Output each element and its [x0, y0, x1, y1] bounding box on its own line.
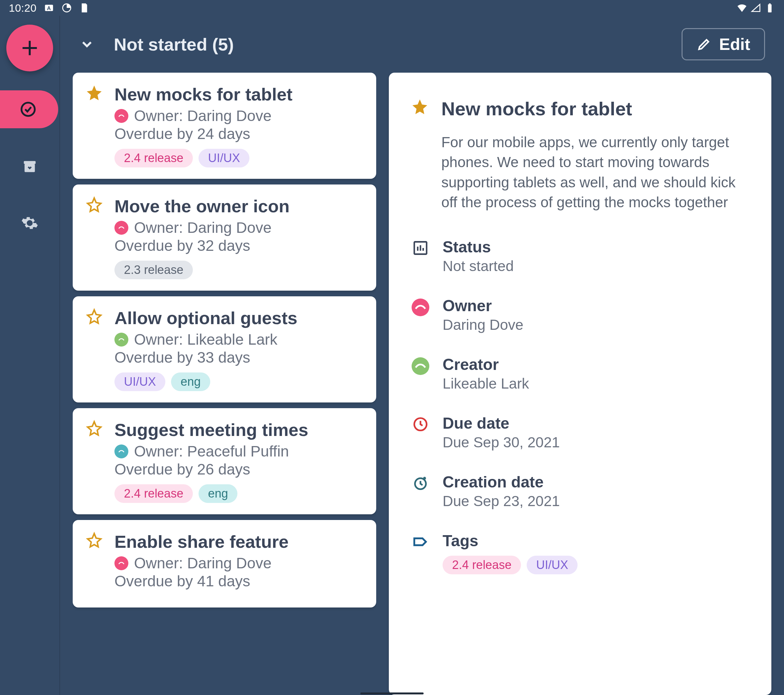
svg-rect-3	[768, 5, 771, 12]
tag-chip[interactable]: 2.4 release	[114, 149, 193, 168]
battery-icon	[764, 3, 775, 13]
owner-avatar-icon	[411, 297, 430, 333]
field-value: Due Sep 30, 2021	[443, 434, 560, 451]
field-value: Likeable Lark	[443, 375, 529, 392]
clock-icon	[411, 414, 430, 451]
task-title: Enable share feature	[114, 531, 364, 552]
task-overdue: Overdue by 24 days	[114, 125, 364, 143]
star-toggle[interactable]	[86, 308, 103, 391]
field-value: Daring Dove	[443, 316, 524, 333]
field-label: Creator	[443, 355, 529, 374]
field-creator: Creator Likeable Lark	[411, 355, 749, 392]
task-title: Move the owner icon	[114, 196, 364, 217]
task-overdue: Overdue by 41 days	[114, 572, 364, 590]
task-owner: Owner: Daring Dove	[114, 219, 364, 236]
tag-chip[interactable]: UI/UX	[114, 373, 165, 391]
edit-button-label: Edit	[719, 35, 750, 54]
tag-chip[interactable]: eng	[199, 484, 237, 503]
field-label: Creation date	[443, 473, 560, 491]
field-label: Tags	[443, 532, 578, 550]
task-detail-panel: New mocks for tablet For our mobile apps…	[389, 73, 771, 695]
star-toggle[interactable]	[86, 84, 103, 168]
wifi-icon	[736, 3, 747, 13]
tag-chip[interactable]: 2.4 release	[114, 484, 193, 503]
pie-icon	[61, 3, 72, 13]
tag-chip[interactable]: 2.3 release	[114, 261, 193, 279]
field-label: Due date	[443, 414, 560, 432]
field-value: Due Sep 23, 2021	[443, 493, 560, 509]
nav-rail	[0, 16, 60, 695]
task-owner: Owner: Peaceful Puffin	[114, 443, 364, 460]
clock-add-icon	[411, 473, 430, 509]
gesture-handle	[361, 692, 423, 694]
section-title: Not started (5)	[114, 34, 234, 55]
task-owner: Owner: Daring Dove	[114, 107, 364, 125]
svg-text:A: A	[47, 5, 51, 12]
detail-description: For our mobile apps, we currently only t…	[441, 132, 749, 213]
collapse-chevron-icon[interactable]	[79, 36, 95, 52]
svg-rect-4	[769, 3, 771, 5]
task-card[interactable]: Suggest meeting timesOwner: Peaceful Puf…	[73, 408, 376, 514]
tag-icon	[411, 532, 430, 574]
star-toggle[interactable]	[86, 196, 103, 279]
nav-tasks[interactable]	[0, 90, 58, 128]
add-button[interactable]	[6, 25, 53, 71]
task-overdue: Overdue by 32 days	[114, 237, 364, 254]
task-card[interactable]: Move the owner iconOwner: Daring DoveOve…	[73, 184, 376, 291]
task-tags: 2.4 releaseUI/UX	[114, 149, 364, 168]
field-owner: Owner Daring Dove	[411, 297, 749, 333]
field-due-date: Due date Due Sep 30, 2021	[411, 414, 749, 451]
clock: 10:20	[9, 2, 37, 14]
field-value: Not started	[443, 258, 514, 274]
section-header: Not started (5) Edit	[60, 16, 784, 73]
task-list[interactable]: New mocks for tabletOwner: Daring DoveOv…	[73, 73, 376, 695]
star-toggle[interactable]	[86, 419, 103, 503]
task-owner: Owner: Likeable Lark	[114, 331, 364, 348]
task-card[interactable]: Allow optional guestsOwner: Likeable Lar…	[73, 296, 376, 403]
tag-chip[interactable]: eng	[171, 373, 210, 391]
task-owner: Owner: Daring Dove	[114, 554, 364, 572]
task-overdue: Overdue by 26 days	[114, 461, 364, 478]
status-icon	[411, 238, 430, 274]
edit-button[interactable]: Edit	[682, 28, 765, 60]
task-title: Allow optional guests	[114, 308, 364, 328]
task-card[interactable]: Enable share featureOwner: Daring DoveOv…	[73, 520, 376, 608]
svg-rect-6	[24, 161, 35, 164]
task-card[interactable]: New mocks for tabletOwner: Daring DoveOv…	[73, 73, 376, 179]
field-label: Owner	[443, 297, 524, 315]
keyboard-icon: A	[44, 3, 54, 13]
task-title: New mocks for tablet	[114, 84, 364, 105]
sd-card-icon	[79, 3, 90, 13]
task-tags: 2.4 releaseeng	[114, 484, 364, 503]
owner-avatar-icon	[114, 221, 128, 235]
task-tags: UI/UXeng	[114, 373, 364, 391]
creator-avatar-icon	[411, 355, 430, 392]
field-creation-date: Creation date Due Sep 23, 2021	[411, 473, 749, 509]
owner-avatar-icon	[114, 556, 128, 570]
field-status: Status Not started	[411, 238, 749, 274]
task-title: Suggest meeting times	[114, 419, 364, 440]
tag-chip[interactable]: UI/UX	[527, 556, 578, 574]
star-icon[interactable]	[411, 98, 429, 120]
main-area: Not started (5) Edit New mocks for table…	[60, 16, 784, 695]
owner-avatar-icon	[114, 109, 128, 123]
task-overdue: Overdue by 33 days	[114, 349, 364, 366]
signal-icon	[751, 3, 761, 13]
nav-settings[interactable]	[1, 204, 58, 242]
owner-avatar-icon	[114, 333, 128, 347]
owner-avatar-icon	[114, 444, 128, 458]
nav-archive[interactable]	[1, 147, 58, 185]
tag-chip[interactable]: UI/UX	[199, 149, 249, 168]
field-tags: Tags 2.4 releaseUI/UX	[411, 532, 749, 574]
task-tags: 2.3 release	[114, 261, 364, 279]
field-label: Status	[443, 238, 514, 256]
detail-title: New mocks for tablet	[441, 98, 632, 120]
star-toggle[interactable]	[86, 531, 103, 596]
status-bar: 10:20 A	[0, 0, 784, 16]
tag-chip[interactable]: 2.4 release	[443, 556, 521, 574]
